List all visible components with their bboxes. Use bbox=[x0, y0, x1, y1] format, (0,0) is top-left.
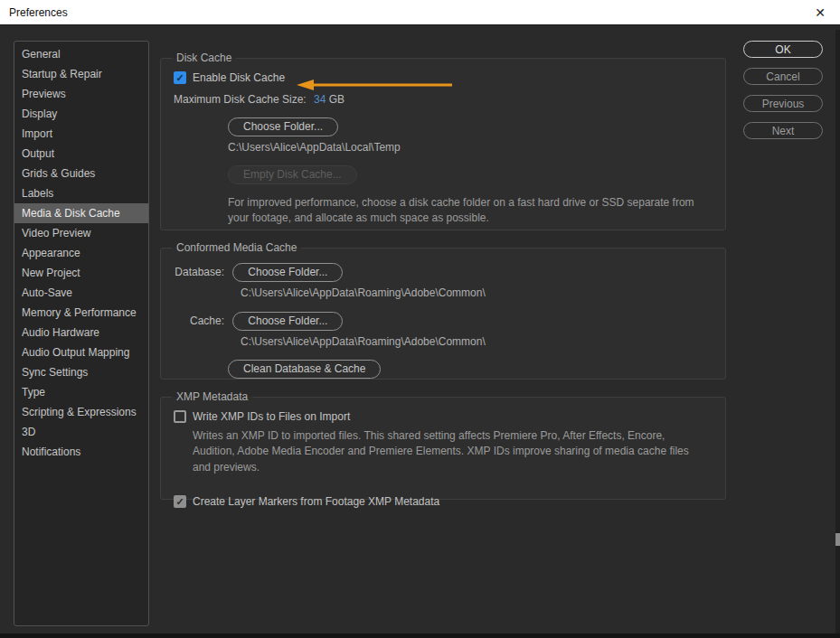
sidebar-item-audio-hardware[interactable]: Audio Hardware bbox=[14, 323, 148, 342]
sidebar-item-scripting-expressions[interactable]: Scripting & Expressions bbox=[14, 402, 148, 422]
create-layer-markers-label: Create Layer Markers from Footage XMP Me… bbox=[193, 495, 439, 508]
max-disk-cache-size-unit: GB bbox=[329, 93, 344, 106]
disk-cache-help-text: For improved performance, choose a disk … bbox=[228, 195, 713, 227]
sidebar-item-auto-save[interactable]: Auto-Save bbox=[14, 283, 148, 303]
window-title: Preferences bbox=[9, 6, 68, 19]
sidebar-item-media-disk-cache[interactable]: Media & Disk Cache bbox=[14, 203, 148, 223]
scrollbar-thumb[interactable] bbox=[835, 533, 840, 546]
sidebar-item-3d[interactable]: 3D bbox=[14, 422, 148, 442]
sidebar-item-audio-output-mapping[interactable]: Audio Output Mapping bbox=[14, 342, 148, 362]
sidebar-item-import[interactable]: Import bbox=[14, 124, 148, 144]
sidebar-item-memory-performance[interactable]: Memory & Performance bbox=[14, 303, 148, 323]
xmp-metadata-section: XMP Metadata Write XMP IDs to Files on I… bbox=[160, 390, 726, 500]
sidebar-item-startup-repair[interactable]: Startup & Repair bbox=[14, 64, 148, 84]
choose-folder-button[interactable]: Choose Folder... bbox=[228, 117, 338, 136]
sidebar-item-video-preview[interactable]: Video Preview bbox=[14, 223, 148, 243]
sidebar-item-sync-settings[interactable]: Sync Settings bbox=[14, 362, 148, 382]
previous-button[interactable]: Previous bbox=[743, 95, 823, 112]
enable-disk-cache-checkbox[interactable]: ✓ bbox=[174, 71, 186, 84]
write-xmp-ids-label: Write XMP IDs to Files on Import bbox=[193, 410, 350, 423]
sidebar-item-labels[interactable]: Labels bbox=[14, 183, 148, 203]
database-path: C:\Users\Alice\AppData\Roaming\Adobe\Com… bbox=[241, 286, 713, 299]
database-choose-folder-button[interactable]: Choose Folder... bbox=[232, 263, 343, 282]
max-disk-cache-size-label: Maximum Disk Cache Size: bbox=[174, 93, 307, 106]
disk-cache-section: Disk Cache ✓ Enable Disk Cache Maximum D… bbox=[160, 52, 726, 230]
cancel-button[interactable]: Cancel bbox=[743, 68, 823, 85]
cache-path: C:\Users\Alice\AppData\Roaming\Adobe\Com… bbox=[241, 335, 713, 348]
sidebar-item-previews[interactable]: Previews bbox=[14, 84, 148, 104]
cache-label: Cache: bbox=[174, 314, 224, 327]
titlebar: Preferences ✕ bbox=[0, 0, 840, 25]
next-button[interactable]: Next bbox=[743, 122, 823, 139]
sidebar-item-type[interactable]: Type bbox=[14, 382, 148, 402]
preferences-sidebar: GeneralStartup & RepairPreviewsDisplayIm… bbox=[14, 41, 149, 626]
clean-database-cache-button[interactable]: Clean Database & Cache bbox=[228, 360, 381, 379]
sidebar-item-grids-guides[interactable]: Grids & Guides bbox=[14, 164, 148, 183]
sidebar-item-appearance[interactable]: Appearance bbox=[14, 243, 148, 263]
create-layer-markers-checkbox[interactable]: ✓ bbox=[174, 495, 186, 508]
database-label: Database: bbox=[174, 266, 224, 278]
sidebar-item-general[interactable]: General bbox=[14, 44, 148, 64]
annotation-arrow-icon bbox=[297, 78, 454, 92]
ok-button[interactable]: OK bbox=[743, 41, 823, 58]
write-xmp-ids-help-text: Writes an XMP ID to imported files. This… bbox=[193, 428, 703, 475]
conformed-media-cache-section: Conformed Media Cache Database: Choose F… bbox=[160, 241, 726, 380]
max-disk-cache-size-value[interactable]: 34 bbox=[314, 93, 326, 106]
conformed-media-cache-legend: Conformed Media Cache bbox=[172, 241, 301, 254]
empty-disk-cache-button: Empty Disk Cache... bbox=[228, 165, 357, 184]
cache-choose-folder-button[interactable]: Choose Folder... bbox=[232, 312, 343, 331]
window-bottom-edge bbox=[0, 633, 840, 638]
xmp-metadata-legend: XMP Metadata bbox=[172, 390, 252, 403]
write-xmp-ids-checkbox[interactable] bbox=[174, 410, 186, 423]
sidebar-item-output[interactable]: Output bbox=[14, 144, 148, 164]
enable-disk-cache-label: Enable Disk Cache bbox=[193, 71, 285, 84]
disk-cache-legend: Disk Cache bbox=[172, 52, 236, 64]
close-icon[interactable]: ✕ bbox=[811, 5, 829, 21]
disk-cache-folder-path: C:\Users\Alice\AppData\Local\Temp bbox=[228, 141, 713, 154]
sidebar-item-new-project[interactable]: New Project bbox=[14, 263, 148, 283]
sidebar-item-display[interactable]: Display bbox=[14, 104, 148, 124]
sidebar-item-notifications[interactable]: Notifications bbox=[14, 442, 148, 462]
